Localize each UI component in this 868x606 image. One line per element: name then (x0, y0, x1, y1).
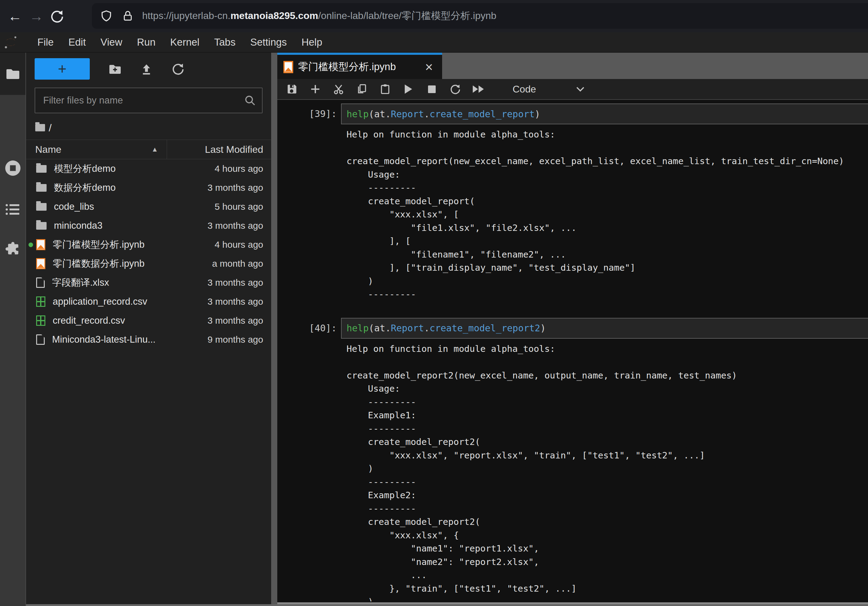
notebook-icon (36, 239, 45, 250)
refresh-button[interactable] (171, 62, 184, 75)
upload-icon (140, 62, 153, 75)
restart-icon (450, 83, 460, 95)
file-filter-input[interactable] (35, 95, 244, 106)
file-row[interactable]: application_record.csv 3 months ago (26, 292, 271, 311)
paste-cells-button[interactable] (380, 83, 391, 94)
tracking-shield-icon[interactable] (101, 10, 112, 22)
file-name: application_record.csv (53, 296, 147, 307)
file-modified: 3 months ago (208, 277, 271, 288)
list-icon (5, 203, 20, 216)
file-modified: 4 hours ago (215, 164, 271, 174)
file-filter-box (35, 88, 263, 113)
cell-code-editor[interactable]: help(at.Report.create_model_report2) (341, 318, 868, 339)
chevron-down-icon[interactable] (576, 87, 584, 92)
column-header-name[interactable]: Name ▲ (26, 140, 167, 159)
file-row[interactable]: 零门槛数据分析.ipynb a month ago (26, 254, 271, 273)
jupyterlab-menubar: FileEditViewRunKernelTabsSettingsHelp (0, 32, 868, 53)
home-folder-icon[interactable] (35, 124, 45, 131)
jupyter-logo-icon (4, 35, 18, 49)
file-name: 数据分析demo (54, 181, 116, 194)
window-bottom-edge (26, 604, 868, 606)
sidebar-item-extensions[interactable] (0, 241, 25, 257)
file-row[interactable]: 零门槛模型分析.ipynb 4 hours ago (26, 235, 271, 254)
folder-icon (36, 165, 46, 173)
notebook-scroll-area[interactable]: [39]: help(at.Report.create_model_report… (277, 100, 868, 601)
cell-code-editor[interactable]: help(at.Report.create_model_report) (341, 104, 868, 124)
file-name: credit_record.csv (53, 315, 125, 326)
restart-kernel-button[interactable] (450, 83, 460, 95)
sidebar-item-filebrowser[interactable] (0, 53, 25, 95)
menu-edit[interactable]: Edit (61, 32, 93, 53)
run-cell-button[interactable] (403, 85, 414, 94)
file-name: Miniconda3-latest-Linu... (52, 334, 156, 345)
notebook-icon (284, 61, 293, 73)
menu-view[interactable]: View (93, 32, 130, 53)
menu-help[interactable]: Help (294, 32, 330, 53)
notebook-icon (36, 258, 45, 269)
upload-button[interactable] (140, 62, 153, 75)
menu-settings[interactable]: Settings (243, 32, 294, 53)
file-row[interactable]: 模型分析demo 4 hours ago (26, 159, 271, 178)
url-text: https://jupyterlab-cn.metanoia8295.com/o… (142, 9, 496, 23)
breadcrumb-root: / (49, 122, 51, 134)
file-modified: 9 months ago (208, 334, 271, 345)
interrupt-kernel-button[interactable] (426, 85, 437, 93)
menu-tabs[interactable]: Tabs (207, 32, 243, 53)
browser-forward-icon[interactable]: → (26, 8, 47, 25)
file-row[interactable]: credit_record.csv 3 months ago (26, 311, 271, 330)
file-row[interactable]: 数据分析demo 3 months ago (26, 178, 271, 197)
file-row[interactable]: 字段翻译.xlsx 3 months ago (26, 273, 271, 292)
file-icon (36, 334, 45, 345)
code-cell[interactable]: [39]: help(at.Report.create_model_report… (277, 104, 868, 124)
file-name: code_libs (54, 201, 94, 212)
cut-cells-button[interactable] (333, 83, 344, 94)
file-icon (36, 277, 45, 288)
new-folder-button[interactable] (108, 63, 122, 75)
save-button[interactable] (287, 83, 298, 94)
close-icon[interactable]: × (425, 61, 433, 73)
browser-refresh-icon[interactable] (50, 9, 71, 23)
cell-output: Help on function in module alpha_tools: … (347, 342, 868, 602)
folder-icon (6, 68, 20, 80)
insert-cell-button[interactable] (310, 84, 321, 94)
tab-notebook[interactable]: 零门槛模型分析.ipynb × (277, 53, 442, 79)
file-browser-toolbar: + (26, 58, 271, 80)
sidebar-item-table-of-contents[interactable] (0, 203, 25, 216)
puzzle-icon (5, 241, 20, 257)
menu-run[interactable]: Run (130, 32, 163, 53)
file-name: 零门槛数据分析.ipynb (53, 257, 145, 270)
sidebar-item-running-kernels[interactable] (0, 160, 25, 176)
file-row[interactable]: code_libs 5 hours ago (26, 197, 271, 216)
new-folder-icon (108, 63, 122, 75)
copy-icon (356, 83, 367, 94)
cell-prompt: [39]: (277, 104, 341, 124)
column-header-last-modified[interactable]: Last Modified (167, 144, 271, 155)
csv-icon (36, 315, 45, 326)
paste-icon (380, 83, 391, 94)
notebook-toolbar: Code (277, 79, 868, 100)
cell-type-dropdown[interactable]: Code (513, 83, 536, 95)
menu-file[interactable]: File (30, 32, 61, 53)
restart-run-all-button[interactable] (473, 85, 484, 93)
sort-ascending-icon: ▲ (151, 145, 158, 153)
cell-prompt: [40]: (277, 318, 341, 339)
breadcrumb[interactable]: / (35, 121, 271, 134)
csv-icon (36, 297, 45, 307)
copy-cells-button[interactable] (356, 83, 367, 94)
file-modified: 3 months ago (208, 315, 271, 326)
address-bar[interactable]: https://jupyterlab-cn.metanoia8295.com/o… (92, 3, 868, 29)
file-row[interactable]: miniconda3 3 months ago (26, 216, 271, 235)
menu-kernel[interactable]: Kernel (163, 32, 207, 53)
save-icon (287, 83, 298, 94)
file-modified: 5 hours ago (215, 201, 271, 212)
run-icon (405, 85, 412, 94)
panel-resize-handle[interactable] (271, 53, 277, 606)
file-row[interactable]: Miniconda3-latest-Linu... 9 months ago (26, 330, 271, 349)
file-modified: 3 months ago (208, 221, 271, 231)
lock-icon[interactable] (122, 10, 133, 22)
file-modified: 3 months ago (208, 297, 271, 307)
new-launcher-button[interactable]: + (35, 58, 90, 80)
browser-back-icon[interactable]: ← (4, 8, 26, 25)
code-cell[interactable]: [40]: help(at.Report.create_model_report… (277, 318, 868, 339)
file-name: miniconda3 (54, 220, 103, 231)
